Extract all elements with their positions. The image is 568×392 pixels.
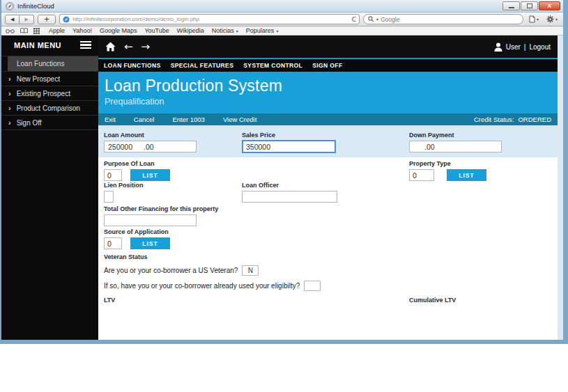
total-other-financing-field: Total Other Financing for this property xyxy=(104,205,218,226)
search-icon xyxy=(368,16,374,22)
total-other-financing-label: Total Other Financing for this property xyxy=(104,205,218,212)
user-logout-divider: | xyxy=(524,43,526,51)
sidebar-item-loan-functions[interactable]: Loan Functions xyxy=(8,56,98,71)
lien-position-field: Lien Position xyxy=(104,182,144,203)
menu-loan-functions[interactable]: LOAN FUNCTIONS xyxy=(104,62,161,69)
property-type-field: Property Type LIST xyxy=(409,160,486,181)
menu-system-control[interactable]: SYSTEM CONTROL xyxy=(243,62,302,69)
caret-down-icon: ▾ xyxy=(276,29,278,33)
source-of-application-field: Source of Application LIST xyxy=(104,228,170,249)
gear-menu-button[interactable]: ▾ xyxy=(544,14,560,24)
chevron-right-icon: › xyxy=(8,75,11,83)
bookmark-google-maps[interactable]: Google Maps xyxy=(100,27,137,34)
cancel-link[interactable]: Cancel xyxy=(134,116,155,123)
sidebar-item-label: Product Comparison xyxy=(17,104,80,112)
bookmark-noticias[interactable]: Noticias▾ xyxy=(212,27,238,34)
loan-amount-whole: 250000 xyxy=(108,143,132,151)
sidebar-item-existing-prospect[interactable]: › Existing Prospect xyxy=(1,86,98,100)
property-type-input[interactable] xyxy=(409,169,434,181)
main-menu-sidebar: MAIN MENU Loan Functions › New Prospect … xyxy=(1,36,98,340)
source-of-application-list-button[interactable]: LIST xyxy=(130,237,170,249)
reload-icon[interactable]: C xyxy=(352,16,356,23)
ltv-label: LTV xyxy=(104,297,115,304)
bookmark-apple[interactable]: Apple xyxy=(49,27,65,34)
down-payment-label: Down Payment xyxy=(409,132,502,139)
veteran-question-2-input[interactable] xyxy=(304,281,321,291)
bookmark-yahoo[interactable]: Yahoo! xyxy=(72,27,92,34)
loan-officer-input[interactable] xyxy=(242,191,337,203)
veteran-status-label: Veteran Status xyxy=(104,253,321,260)
loan-officer-label: Loan Officer xyxy=(242,182,337,189)
loan-amount-field: Loan Amount 250000 .00 xyxy=(104,132,197,152)
maximize-button[interactable] xyxy=(521,1,538,10)
purpose-of-loan-list-button[interactable]: LIST xyxy=(130,169,170,181)
search-bar[interactable]: ▾ xyxy=(363,14,523,24)
url-text: http://infinitecorporation.com/demo/demo… xyxy=(72,16,349,22)
veteran-question-2: If so, have you or your co-borrower alre… xyxy=(104,282,300,290)
browser-window: InfiniteCloud × ◀ ▶ + http://infinitecor… xyxy=(0,0,568,344)
page-subtitle: Prequalification xyxy=(105,97,558,107)
property-type-list-button[interactable]: LIST xyxy=(447,169,486,181)
user-link[interactable]: User xyxy=(506,43,521,51)
arrow-left-icon[interactable]: ← xyxy=(124,40,133,53)
caret-down-icon: ▾ xyxy=(555,17,558,22)
main-menu-title: MAIN MENU xyxy=(14,41,61,49)
lien-position-input[interactable] xyxy=(104,191,114,203)
search-input[interactable] xyxy=(381,16,519,23)
sales-price-label: Sales Price xyxy=(242,132,336,139)
sidebar-item-new-prospect[interactable]: › New Prospect xyxy=(1,71,98,86)
down-payment-input[interactable]: .00 xyxy=(409,141,502,152)
arrow-right-icon[interactable]: → xyxy=(141,40,151,53)
chevron-right-icon: › xyxy=(8,104,11,112)
bookmarks-bar: Apple Yahoo! Google Maps YouTube Wikiped… xyxy=(1,26,563,36)
search-engine-caret-icon: ▾ xyxy=(376,17,378,22)
bookmark-wikipedia[interactable]: Wikipedia xyxy=(177,27,204,34)
chevron-right-icon: › xyxy=(8,118,11,127)
view-credit-link[interactable]: View Credit xyxy=(223,116,256,123)
bookmarks-book-icon[interactable] xyxy=(20,28,28,33)
sales-price-input[interactable] xyxy=(242,140,336,153)
new-tab-button[interactable]: + xyxy=(38,15,56,24)
exit-link[interactable]: Exit xyxy=(105,116,116,123)
caret-down-icon: ▾ xyxy=(537,17,539,22)
hamburger-menu-icon[interactable] xyxy=(80,41,91,49)
forward-button[interactable]: ▶ xyxy=(20,15,33,24)
loan-amount-input[interactable]: 250000 .00 xyxy=(104,141,197,152)
back-button[interactable]: ◀ xyxy=(5,15,20,24)
action-bar: Exit Cancel Enter 1003 View Credit Credi… xyxy=(98,113,558,125)
bookmark-populares[interactable]: Populares▾ xyxy=(246,27,279,34)
bookmark-youtube[interactable]: YouTube xyxy=(144,27,169,34)
caret-down-icon: ▾ xyxy=(236,29,238,33)
menu-sign-off[interactable]: SIGN OFF xyxy=(312,62,342,69)
property-type-label: Property Type xyxy=(409,160,486,167)
home-icon[interactable] xyxy=(105,42,116,52)
reading-list-glasses-icon[interactable] xyxy=(6,29,15,33)
sidebar-item-label: New Prospect xyxy=(17,75,60,83)
page-menu-button[interactable]: ▾ xyxy=(527,14,541,24)
page-title: Loan Production System xyxy=(105,77,558,95)
sidebar-item-sign-off[interactable]: › Sign Off xyxy=(1,115,98,130)
loan-officer-field: Loan Officer xyxy=(242,182,337,203)
menu-special-features[interactable]: SPECIAL FEATURES xyxy=(171,62,234,69)
sidebar-item-label: Existing Prospect xyxy=(17,90,70,97)
scroll-gutter[interactable] xyxy=(558,36,563,340)
minimize-button[interactable] xyxy=(502,1,520,10)
cumulative-ltv-label: Cumulative LTV xyxy=(409,297,456,304)
close-button[interactable]: × xyxy=(539,1,560,10)
window-title: InfiniteCloud xyxy=(17,2,54,10)
address-bar[interactable]: http://infinitecorporation.com/demo/demo… xyxy=(59,14,360,24)
down-payment-field: Down Payment .00 xyxy=(409,132,502,152)
sidebar-item-product-comparison[interactable]: › Product Comparison xyxy=(1,100,98,115)
veteran-status-section: Veteran Status Are you or your co-borrow… xyxy=(104,253,321,291)
logout-link[interactable]: Logout xyxy=(529,43,551,51)
user-avatar-icon xyxy=(494,42,502,52)
top-sites-grid-icon[interactable] xyxy=(33,28,40,34)
main-menu-header: MAIN MENU xyxy=(1,36,98,54)
veteran-question-1-input[interactable] xyxy=(242,265,259,276)
site-icon xyxy=(63,16,70,23)
enter-1003-link[interactable]: Enter 1003 xyxy=(172,116,204,123)
purpose-of-loan-input[interactable] xyxy=(104,169,122,181)
credit-status-value: ORDERED xyxy=(518,116,551,123)
source-of-application-input[interactable] xyxy=(104,237,122,249)
total-other-financing-input[interactable] xyxy=(104,214,197,226)
